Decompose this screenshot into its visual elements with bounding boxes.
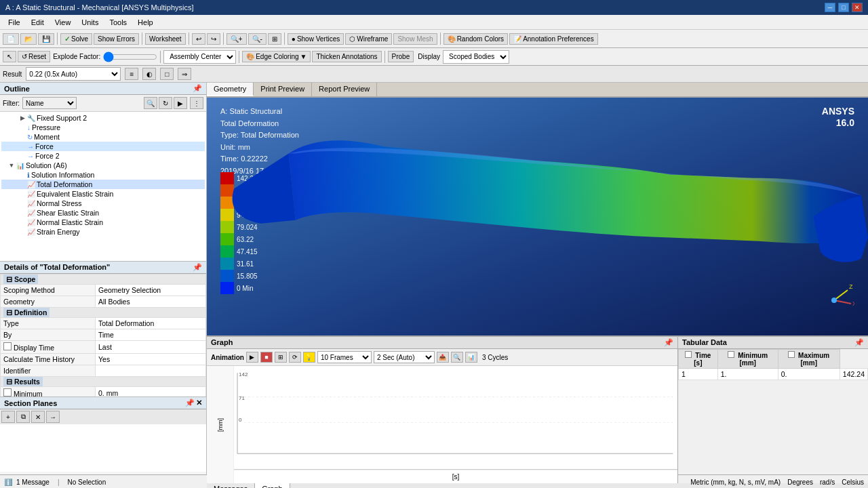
col-header-min: Minimum [mm] [717,350,778,369]
filter-btn1[interactable]: 🔍 [144,97,157,109]
result-icon-btn1[interactable]: ≡ [125,68,138,80]
sp-duplicate-btn[interactable]: ⧉ [16,411,30,423]
message-icon: ℹ️ [4,479,12,486]
anim-stop-btn[interactable]: ■ [260,352,273,363]
sp-arrow-btn[interactable]: → [46,411,60,423]
menu-help[interactable]: Help [132,17,159,28]
tab-graph[interactable]: Graph [255,483,290,488]
maximize-btn[interactable]: □ [838,3,849,12]
sp-add-btn[interactable]: + [1,411,15,423]
random-colors-btn[interactable]: 🎨 Random Colors [443,33,508,45]
viewport-3d[interactable]: A: Static Structural Total Deformation T… [207,98,868,336]
tree-shear-elastic[interactable]: 📈 Shear Elastic Strain [1,208,205,218]
anim-light-btn[interactable]: 💡 [303,352,315,363]
filter-select[interactable]: Name [22,97,77,109]
tab-report-preview[interactable]: Report Preview [312,83,377,96]
tree-moment[interactable]: ↻ Moment [1,132,205,142]
show-errors-btn[interactable]: Show Errors [94,33,139,45]
tabular-header-row: Time [s] Minimum [mm] Maximum [mm] [679,350,868,369]
menu-tools[interactable]: Tools [104,17,132,28]
tree-total-def[interactable]: 📈 Total Deformation [1,180,205,189]
result-icon-btn3[interactable]: □ [160,68,174,80]
display-time-checkbox[interactable] [3,342,12,350]
result-bar: Result 0.22 (0.5x Auto) ≡ ◐ □ ⇒ [0,66,868,83]
worksheet-btn[interactable]: Worksheet [145,33,186,45]
tree-equiv-elastic[interactable]: 📈 Equivalent Elastic Strain [1,189,205,199]
anim-loop-btn[interactable]: ⟳ [289,352,301,363]
reset-btn[interactable]: ↺ Reset [18,51,50,62]
show-mesh-btn[interactable]: Show Mesh [393,33,437,45]
tree-solution-info[interactable]: ℹ Solution Information [1,170,205,180]
tree-solution[interactable]: ▼ 📊 Solution (A6) [1,161,205,170]
redo-btn[interactable]: ↪ [207,33,220,45]
assembly-center-dropdown[interactable]: Assembly Center [163,50,236,64]
outline-pin-icon[interactable]: 📌 [193,84,202,93]
show-vertices-btn[interactable]: ● Show Vertices [288,33,344,45]
edge-coloring-btn[interactable]: 🎨 Edge Coloring ▼ [242,51,311,62]
close-btn[interactable]: ✕ [852,3,863,12]
anim-export-btn[interactable]: 📤 [437,352,449,363]
anim-play-btn[interactable]: ▶ [246,352,258,363]
scope-section-row[interactable]: ⊟ Scope [1,274,206,285]
definition-section-row[interactable]: ⊟ Definition [1,308,206,318]
scoped-bodies-dropdown[interactable]: Scoped Bodies [443,50,509,64]
probe-btn[interactable]: Probe [388,51,414,62]
new-btn[interactable]: 📄 [3,33,19,45]
status-left: ℹ️ 1 Message | No Selection [4,479,106,486]
menu-file[interactable]: File [3,17,26,28]
tree-force2[interactable]: → Force 2 [1,151,205,161]
solve-btn[interactable]: ✓ Solve [60,33,92,45]
tree-label-strain-energy: Strain Energy [37,228,80,236]
zoom-in-btn[interactable]: 🔍+ [226,33,247,45]
tree-force[interactable]: → Force [1,142,205,151]
anim-step-btn[interactable]: ⊞ [275,352,287,363]
results-header: ⊟ Results [3,377,43,386]
tree-pressure[interactable]: ↓ Pressure [1,123,205,132]
section-planes-close[interactable]: ✕ [196,399,202,407]
graph-pin-icon[interactable]: 📌 [664,338,673,347]
tabular-title: Tabular Data [682,338,727,347]
tab-geometry[interactable]: Geometry [207,83,254,96]
moment-icon: ↻ [27,134,33,141]
filter-btn3[interactable]: ▶ [174,97,187,109]
menu-view[interactable]: View [50,17,77,28]
tree-strain-energy[interactable]: 📈 Strain Energy [1,227,205,237]
undo-btn[interactable]: ↩ [192,33,205,45]
menu-edit[interactable]: Edit [26,17,50,28]
sp-delete-btn[interactable]: ✕ [31,411,45,423]
result-select[interactable]: 0.22 (0.5x Auto) [26,67,121,81]
section-planes-pin[interactable]: 📌 [185,399,195,407]
sep8 [239,51,239,63]
explode-slider[interactable] [103,52,157,62]
results-section-row[interactable]: ⊟ Results [1,377,206,387]
menu-units[interactable]: Units [76,17,104,28]
tab-messages[interactable]: Messages [207,483,255,488]
title-bar: A : A Static Structural - Mechanical [AN… [0,0,868,15]
wireframe-btn[interactable]: ⬡ Wireframe [345,33,392,45]
frames-select[interactable]: 10 Frames [317,351,372,363]
anim-zoom-btn[interactable]: 🔍 [451,352,463,363]
tab-print-preview[interactable]: Print Preview [254,83,312,96]
minimum-checkbox[interactable] [3,388,12,396]
zoom-fit-btn[interactable]: ⊞ [268,33,281,45]
thicken-annotations-btn[interactable]: Thicken Annotations [312,51,381,62]
tree-fixed-support[interactable]: ▶ 🔧 Fixed Support 2 [1,113,205,123]
select-btn[interactable]: ↖ [3,51,16,62]
annotation-prefs-btn[interactable]: 📝 Annotation Preferences [509,33,598,45]
details-pin-icon[interactable]: 📌 [193,263,202,272]
save-btn[interactable]: 💾 [38,33,54,45]
minimize-btn[interactable]: ─ [825,3,835,12]
sep3 [189,33,189,45]
speed-select[interactable]: 2 Sec (Auto) [374,351,435,363]
outline-settings-btn[interactable]: ⋮ [190,97,203,109]
filter-btn2[interactable]: ↻ [159,97,172,109]
zoom-out-btn[interactable]: 🔍- [248,33,267,45]
tabular-pin-icon[interactable]: 📌 [854,338,864,347]
result-icon-btn2[interactable]: ◐ [142,68,156,80]
result-icon-btn4[interactable]: ⇒ [178,68,191,80]
tree-normal-elastic[interactable]: 📈 Normal Elastic Strain [1,218,205,227]
tree-normal-stress[interactable]: 📈 Normal Stress [1,199,205,208]
graph-area: Graph 📌 Animation ▶ ■ ⊞ ⟳ 💡 10 Frames [207,337,678,483]
open-btn[interactable]: 📂 [20,33,37,45]
anim-chart-btn[interactable]: 📊 [465,352,477,363]
